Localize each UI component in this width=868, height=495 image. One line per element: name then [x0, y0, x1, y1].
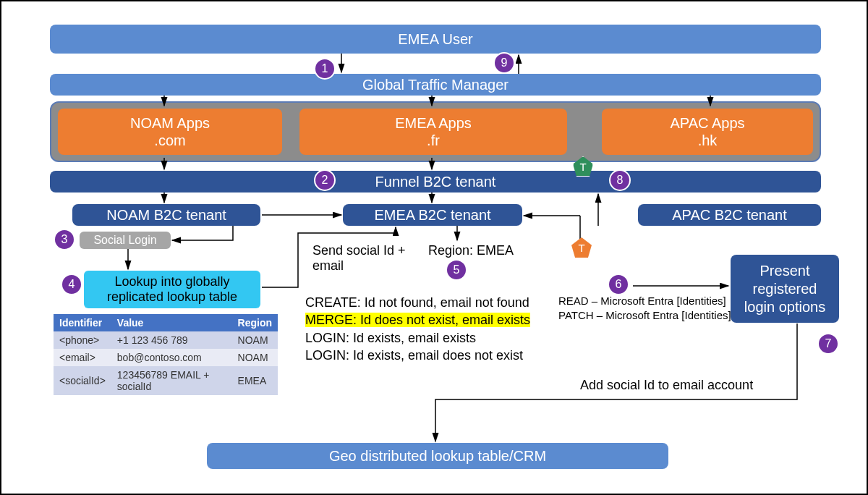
- send-social-label: Send social Id + email: [312, 243, 406, 274]
- emea-user-label: EMEA User: [398, 31, 472, 48]
- th-region: Region: [232, 314, 278, 331]
- step-7: 7: [817, 333, 839, 355]
- apac-tenant-box: APAC B2C tenant: [638, 204, 821, 226]
- th-value: Value: [111, 314, 232, 331]
- lookup-l2: replicated lookup table: [107, 289, 237, 305]
- noam-apps-l2: .com: [154, 132, 185, 149]
- step-2: 2: [314, 169, 336, 191]
- funnel-box: Funnel B2C tenant: [50, 171, 821, 192]
- add-social-label: Add social Id to email account: [580, 378, 753, 393]
- emea-apps-box: EMEA Apps .fr: [299, 109, 567, 155]
- step-4: 4: [61, 274, 82, 295]
- t-badge-green: T: [573, 156, 593, 177]
- patch-line: PATCH – Microsoft Entra [Identities]: [558, 308, 731, 323]
- step-3: 3: [54, 229, 75, 250]
- emea-apps-l2: .fr: [427, 132, 440, 149]
- apac-apps-box: APAC Apps .hk: [602, 109, 813, 155]
- th-identifier: Identifier: [54, 314, 111, 331]
- table-row: <email> bob@contoso.com NOAM: [54, 349, 278, 366]
- present-l2: registered: [753, 280, 817, 298]
- merge-line: MERGE: Id does not exist, email exists: [305, 313, 530, 327]
- create-line: CREATE: Id not found, email not found: [305, 294, 530, 311]
- login1-line: LOGIN: Id exists, email exists: [305, 329, 530, 347]
- lookup-table: Identifier Value Region <phone> +1 123 4…: [54, 314, 278, 395]
- send-social-l2: email: [312, 258, 406, 274]
- gtm-box: Global Traffic Manager: [50, 74, 821, 96]
- entra-block: READ – Microsoft Entra [Identities] PATC…: [558, 294, 731, 323]
- step-5: 5: [446, 259, 467, 281]
- geo-label: Geo distributed lookup table/CRM: [329, 448, 546, 465]
- apac-apps-l2: .hk: [698, 132, 718, 149]
- t-badge-orange: T: [571, 237, 592, 258]
- present-box: Present registered login options: [731, 255, 839, 323]
- region-label: Region: EMEA: [428, 243, 514, 258]
- decision-block: CREATE: Id not found, email not found ME…: [305, 294, 530, 364]
- emea-tenant-box: EMEA B2C tenant: [343, 204, 522, 226]
- noam-apps-box: NOAM Apps .com: [58, 109, 282, 155]
- emea-apps-l1: EMEA Apps: [395, 114, 472, 132]
- login2-line: LOGIN: Id exists, email does not exist: [305, 347, 530, 364]
- geo-box: Geo distributed lookup table/CRM: [207, 443, 668, 469]
- present-l1: Present: [760, 262, 810, 280]
- emea-user-box: EMEA User: [50, 25, 821, 54]
- send-social-l1: Send social Id +: [312, 243, 406, 258]
- table-row: <socialId> 123456789 EMAIL + socialId EM…: [54, 366, 278, 395]
- lookup-l1: Lookup into globally: [114, 274, 229, 289]
- step-1: 1: [314, 58, 336, 80]
- apac-apps-l1: APAC Apps: [670, 114, 744, 132]
- emea-tenant-label: EMEA B2C tenant: [374, 207, 490, 224]
- lookup-box: Lookup into globally replicated lookup t…: [84, 271, 260, 308]
- gtm-label: Global Traffic Manager: [362, 77, 509, 93]
- diagram-canvas: EMEA User Global Traffic Manager NOAM Ap…: [0, 0, 868, 495]
- present-l3: login options: [744, 298, 825, 316]
- funnel-label: Funnel B2C tenant: [375, 174, 496, 190]
- read-line: READ – Microsoft Entra [Identities]: [558, 294, 731, 308]
- noam-apps-l1: NOAM Apps: [130, 114, 210, 132]
- apac-tenant-label: APAC B2C tenant: [672, 207, 787, 224]
- table-row: <phone> +1 123 456 789 NOAM: [54, 331, 278, 349]
- step-6: 6: [608, 274, 629, 295]
- noam-tenant-box: NOAM B2C tenant: [72, 204, 260, 226]
- social-login-box: Social Login: [80, 232, 171, 249]
- step-8: 8: [609, 169, 631, 191]
- step-9: 9: [493, 52, 515, 74]
- noam-tenant-label: NOAM B2C tenant: [106, 207, 226, 224]
- social-login-label: Social Login: [93, 234, 156, 247]
